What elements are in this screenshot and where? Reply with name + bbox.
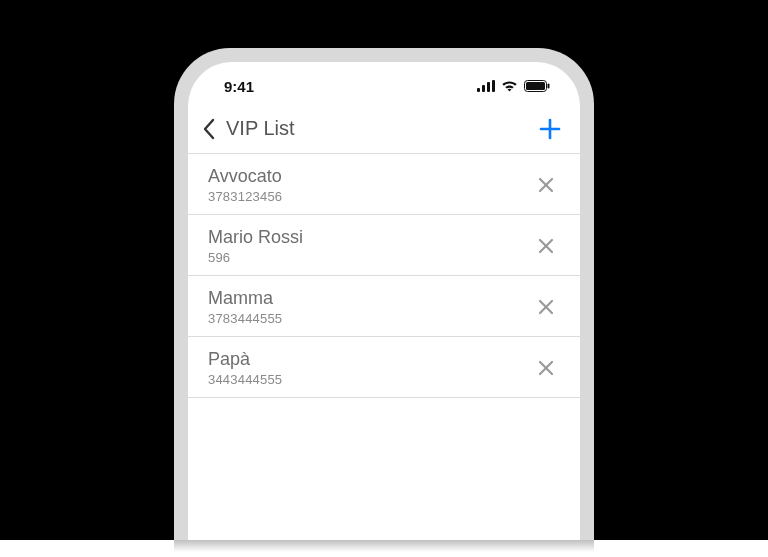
contact-number: 3783444555 — [208, 311, 282, 326]
contact-name: Mario Rossi — [208, 227, 303, 248]
list-item[interactable]: Mario Rossi 596 — [188, 215, 580, 276]
close-icon — [538, 299, 554, 315]
remove-button[interactable] — [532, 232, 560, 260]
wifi-icon — [501, 80, 518, 92]
list-item[interactable]: Avvocato 3783123456 — [188, 154, 580, 215]
status-time: 9:41 — [212, 78, 254, 95]
svg-rect-5 — [526, 82, 545, 90]
status-bar: 9:41 — [188, 68, 580, 104]
phone-bezel: 9:41 — [174, 48, 594, 557]
vip-list: Avvocato 3783123456 Mario Rossi 596 — [188, 154, 580, 557]
contact-number: 3783123456 — [208, 189, 282, 204]
list-item[interactable]: Papà 3443444555 — [188, 337, 580, 398]
status-icons — [477, 80, 556, 92]
list-item[interactable]: Mamma 3783444555 — [188, 276, 580, 337]
contact-name: Papà — [208, 349, 282, 370]
svg-rect-2 — [487, 82, 490, 92]
phone-screen: 9:41 — [188, 62, 580, 557]
close-icon — [538, 238, 554, 254]
remove-button[interactable] — [532, 171, 560, 199]
remove-button[interactable] — [532, 354, 560, 382]
remove-button[interactable] — [532, 293, 560, 321]
close-icon — [538, 177, 554, 193]
close-icon — [538, 360, 554, 376]
svg-rect-3 — [492, 80, 495, 92]
contact-number: 3443444555 — [208, 372, 282, 387]
cellular-icon — [477, 80, 495, 92]
svg-rect-0 — [477, 88, 480, 92]
contact-number: 596 — [208, 250, 303, 265]
back-chevron-icon[interactable] — [202, 118, 216, 140]
add-button[interactable] — [538, 117, 562, 141]
svg-rect-6 — [548, 84, 550, 89]
page-title: VIP List — [226, 117, 295, 140]
svg-rect-1 — [482, 85, 485, 92]
navigation-bar: VIP List — [188, 104, 580, 154]
battery-icon — [524, 80, 550, 92]
contact-name: Avvocato — [208, 166, 282, 187]
contact-name: Mamma — [208, 288, 282, 309]
